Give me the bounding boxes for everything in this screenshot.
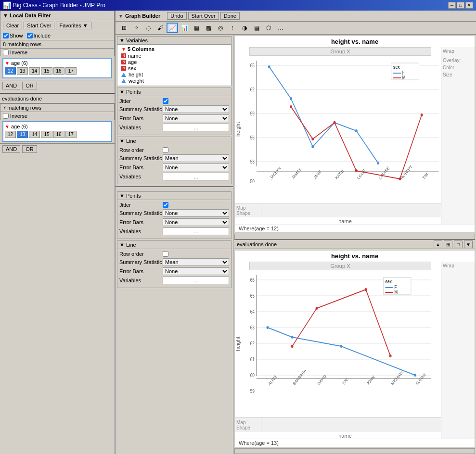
map-shape-main-2 — [261, 418, 441, 432]
favorites-button[interactable]: Favorites ▼ — [56, 22, 91, 29]
row-order-row-2: Row order — [119, 251, 229, 257]
age-btn-13-1[interactable]: 13 — [17, 67, 28, 75]
show-checkbox[interactable] — [3, 33, 9, 38]
treemap-icon[interactable]: ▤ — [251, 23, 262, 33]
age-btn-16-1[interactable]: 16 — [53, 67, 64, 75]
undo-button[interactable]: Undo — [167, 12, 186, 20]
svg-text:64: 64 — [250, 309, 255, 315]
jitter-checkbox-2[interactable] — [163, 202, 168, 208]
points-header-1[interactable]: ▼ Points — [117, 88, 232, 96]
line-summary-select-2[interactable]: Mean — [163, 258, 229, 266]
error-bars-select-1[interactable]: None — [163, 114, 229, 122]
error-bars-select-2[interactable]: None — [163, 218, 229, 226]
or-button-1[interactable]: OR — [22, 82, 37, 89]
show-label[interactable]: Show — [3, 33, 23, 38]
heatmap-icon[interactable]: ▩ — [203, 23, 214, 33]
start-over-button[interactable]: Start Over — [24, 22, 54, 29]
scatter-icon[interactable]: ⁝ — [227, 23, 238, 33]
age-btn-15-2[interactable]: 15 — [41, 131, 52, 138]
points-icon[interactable]: ⁘ — [130, 23, 142, 33]
brush-icon[interactable]: 🖌 — [154, 23, 166, 33]
scrollbar-bottom[interactable] — [234, 448, 475, 454]
eval-grid-icon[interactable]: ⊞ — [444, 240, 452, 248]
age-btn-14-2[interactable]: 14 — [29, 131, 40, 138]
error-bars-label-2: Error Bars — [119, 219, 163, 225]
inverse-checkbox-1[interactable] — [3, 50, 9, 55]
line-variables-dots-2[interactable]: ... — [163, 277, 229, 284]
jitter-checkbox-1[interactable] — [163, 98, 168, 104]
icon-toolbar: ⊞ ⁘ ◌ 🖌 📈 📊 ▦ ▩ ◎ ⁝ ◑ ▤ ⬡ … — [116, 22, 476, 35]
lasso-icon[interactable]: ◌ — [142, 23, 154, 33]
svg-text:ALICE: ALICE — [268, 374, 278, 386]
line-variables-label-2: Variables — [119, 277, 163, 283]
main-window: 📊 Big Class - Graph Builder - JMP Pro ─ … — [0, 0, 476, 454]
include-checkbox[interactable] — [27, 33, 33, 38]
clear-button[interactable]: Clear — [3, 22, 22, 29]
line-summary-row-1: Summary Statistic Mean — [119, 154, 229, 162]
points-section-2: ▼ Points Jitter Summary Statistic — [117, 191, 232, 239]
or-button-2[interactable]: OR — [22, 145, 37, 153]
svg-text:LILLIE: LILLIE — [357, 168, 367, 180]
local-filter-title: Local Data Filter — [10, 13, 51, 18]
age-btn-16-2[interactable]: 16 — [53, 131, 64, 138]
line-header-1[interactable]: ▼ Line — [117, 137, 232, 145]
line-error-bars-select-2[interactable]: None — [163, 267, 229, 275]
contour-icon[interactable]: ◎ — [215, 23, 226, 33]
map-shape-main-1 — [261, 203, 441, 217]
variables-dots-2[interactable]: ... — [163, 227, 229, 235]
line-error-bars-label-1: Error Bars — [119, 164, 163, 170]
points-body-2: Jitter Summary Statistic None Error Bar — [117, 200, 232, 239]
and-button-2[interactable]: AND — [2, 145, 20, 153]
close-button[interactable]: ✕ — [465, 2, 473, 9]
age-btn-15-1[interactable]: 15 — [41, 67, 52, 75]
pie-icon[interactable]: ◑ — [239, 23, 250, 33]
age-btn-17-2[interactable]: 17 — [65, 131, 77, 138]
line-header-2[interactable]: ▼ Line — [117, 240, 232, 249]
error-bars-row-1: Error Bars None — [119, 114, 229, 122]
svg-text:63: 63 — [250, 325, 255, 330]
age-btn-12-2[interactable]: 12 — [5, 131, 16, 138]
summary-stat-select-2[interactable]: None — [163, 209, 229, 217]
bubble-icon[interactable]: ⬡ — [263, 23, 274, 33]
eval-down-icon[interactable]: ▼ — [464, 240, 473, 248]
variables-dots-1[interactable]: ... — [163, 124, 229, 131]
line-variables-row-2: Variables ... — [119, 277, 229, 284]
color-label-1: Color — [443, 65, 473, 70]
overlay-panel-2: Wrap — [441, 262, 475, 439]
grid-icon[interactable]: ⊞ — [118, 23, 130, 33]
variables-label: Variables — [126, 38, 148, 43]
done-button[interactable]: Done — [220, 12, 240, 20]
minimize-button[interactable]: ─ — [448, 2, 456, 9]
eval-up-icon[interactable]: ▲ — [434, 240, 442, 248]
svg-text:JOE: JOE — [341, 377, 349, 386]
line-summary-select-1[interactable]: Mean — [163, 154, 229, 162]
histogram-icon[interactable]: ▦ — [191, 23, 202, 33]
line-variables-dots-1[interactable]: ... — [163, 173, 229, 180]
points-header-2[interactable]: ▼ Points — [117, 191, 232, 200]
row-order-checkbox-1[interactable] — [163, 147, 168, 153]
point-m2-michael — [389, 354, 392, 357]
y-label-2: height — [235, 270, 241, 417]
line-error-bars-select-1[interactable]: None — [163, 164, 229, 171]
eval-text: evaluations done — [2, 96, 42, 101]
more-icon[interactable]: … — [275, 23, 286, 33]
svg-text:SUSAN: SUSAN — [415, 372, 426, 386]
inverse-checkbox-2[interactable] — [3, 113, 9, 119]
include-label[interactable]: Include — [27, 33, 51, 38]
age-btn-17-1[interactable]: 17 — [65, 67, 77, 75]
summary-stat-select-1[interactable]: None — [163, 105, 229, 113]
maximize-button[interactable]: □ — [457, 2, 464, 9]
eval-box-icon[interactable]: □ — [454, 240, 463, 248]
chart-title-1: height vs. name — [235, 36, 475, 47]
line-chart-icon[interactable]: 📈 — [167, 23, 178, 33]
and-button-1[interactable]: AND — [2, 82, 20, 89]
svg-text:DAVID: DAVID — [317, 374, 327, 386]
row-order-checkbox-2[interactable] — [163, 251, 168, 257]
scrollbar-between[interactable] — [234, 234, 475, 240]
age-btn-13-2[interactable]: 13 — [17, 131, 28, 138]
gb-start-over-button[interactable]: Start Over — [188, 12, 219, 20]
bar-chart-icon[interactable]: 📊 — [179, 23, 190, 33]
age-btn-12-1[interactable]: 12 — [5, 67, 16, 75]
age-btn-14-1[interactable]: 14 — [29, 67, 40, 75]
point-f2-barbara — [291, 336, 294, 339]
